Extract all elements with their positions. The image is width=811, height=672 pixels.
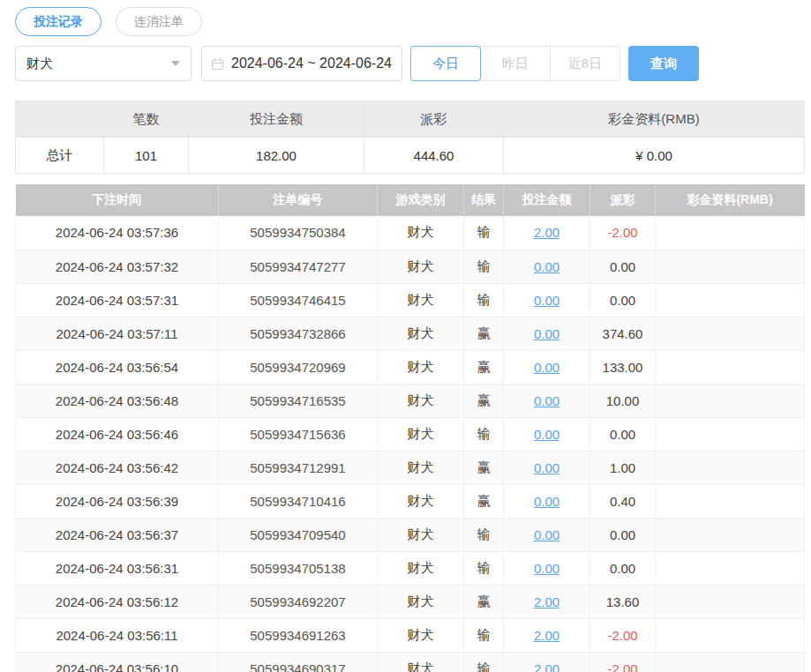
bet-amount-cell: 0.00 xyxy=(504,451,590,484)
table-row: 2024-06-24 03:57:315059934746415财犬输0.000… xyxy=(16,283,805,317)
bonus-cell xyxy=(656,551,805,585)
summary-total-label: 总计 xyxy=(16,138,104,174)
bet-amount-cell: 2.00 xyxy=(504,585,590,618)
game-type-cell: 财犬 xyxy=(378,551,464,585)
summary-table: 笔数 投注金额 派彩 彩金资料(RMB) 总计 101 182.00 444.6… xyxy=(15,101,805,174)
payout-cell: 1.00 xyxy=(590,451,656,484)
bonus-cell xyxy=(656,350,805,384)
bet-amount-link[interactable]: 0.00 xyxy=(534,360,559,375)
bet-amount-link[interactable]: 0.00 xyxy=(534,427,559,442)
bet-amount-link[interactable]: 0.00 xyxy=(534,460,559,475)
order-number-cell: 5059934690317 xyxy=(219,652,378,672)
bet-table-body: 2024-06-24 03:57:365059934750384财犬输2.00-… xyxy=(16,216,805,672)
last-8-days-button[interactable]: 近8日 xyxy=(550,46,620,81)
bonus-cell xyxy=(656,417,805,451)
result-cell: 输 xyxy=(464,551,504,585)
search-button[interactable]: 查询 xyxy=(628,46,699,81)
table-row: 2024-06-24 03:56:425059934712991财犬赢0.001… xyxy=(16,451,805,484)
bet-amount-link[interactable]: 2.00 xyxy=(534,628,559,643)
result-cell: 输 xyxy=(464,518,504,551)
game-type-cell: 财犬 xyxy=(378,283,464,317)
order-number-cell: 5059934710416 xyxy=(219,484,378,518)
header-result: 结果 xyxy=(464,184,504,216)
game-type-cell: 财犬 xyxy=(378,384,464,417)
payout-cell: 0.00 xyxy=(590,551,656,585)
payout-cell: -2.00 xyxy=(590,216,656,250)
result-cell: 赢 xyxy=(464,451,504,484)
bet-amount-cell: 2.00 xyxy=(504,618,590,652)
bet-time-cell: 2024-06-24 03:56:37 xyxy=(16,518,219,551)
payout-cell: 10.00 xyxy=(590,384,656,417)
game-type-cell: 财犬 xyxy=(378,250,464,283)
result-cell: 赢 xyxy=(464,350,504,384)
bet-amount-link[interactable]: 0.00 xyxy=(534,527,559,542)
bonus-cell xyxy=(656,618,805,652)
filter-bar: 财犬 2024-06-24 ~ 2024-06-24 今日 昨日 近8日 查询 xyxy=(15,46,804,81)
game-type-cell: 财犬 xyxy=(378,451,464,484)
game-select[interactable]: 财犬 xyxy=(15,46,191,81)
table-row: 2024-06-24 03:57:115059934732866财犬赢0.003… xyxy=(16,317,805,350)
betting-records-page: 投注记录 连消注单 财犬 2024-06-24 ~ 2024-06-24 今日 … xyxy=(0,0,811,672)
bet-amount-link[interactable]: 0.00 xyxy=(534,393,559,408)
bet-amount-link[interactable]: 0.00 xyxy=(534,326,559,341)
game-type-cell: 财犬 xyxy=(378,518,464,551)
bonus-cell xyxy=(656,216,805,250)
bet-time-cell: 2024-06-24 03:56:42 xyxy=(16,451,219,484)
summary-header-payout: 派彩 xyxy=(364,101,504,138)
bet-amount-link[interactable]: 2.00 xyxy=(534,225,559,240)
bet-amount-link[interactable]: 2.00 xyxy=(534,661,559,672)
order-number-cell: 5059934692207 xyxy=(219,585,378,618)
game-type-cell: 财犬 xyxy=(378,350,464,384)
order-number-cell: 5059934712991 xyxy=(219,451,378,484)
bet-amount-link[interactable]: 0.00 xyxy=(534,293,559,308)
payout-cell: 0.00 xyxy=(590,518,656,551)
top-tabs: 投注记录 连消注单 xyxy=(15,7,804,36)
bet-amount-cell: 2.00 xyxy=(504,216,590,250)
bet-time-cell: 2024-06-24 03:56:48 xyxy=(16,384,219,417)
bet-amount-link[interactable]: 0.00 xyxy=(534,494,559,509)
table-row: 2024-06-24 03:57:365059934750384财犬输2.00-… xyxy=(16,216,805,250)
table-row: 2024-06-24 03:56:375059934709540财犬输0.000… xyxy=(16,518,805,551)
yesterday-button[interactable]: 昨日 xyxy=(480,46,551,81)
summary-total-row: 总计 101 182.00 444.60 ¥ 0.00 xyxy=(16,138,805,174)
header-bet-time: 下注时间 xyxy=(16,184,219,216)
bet-amount-cell: 0.00 xyxy=(504,317,590,350)
bonus-cell xyxy=(656,283,805,317)
bonus-cell xyxy=(656,585,805,618)
game-type-cell: 财犬 xyxy=(378,652,464,672)
payout-cell: 0.00 xyxy=(590,283,656,317)
bet-amount-cell: 0.00 xyxy=(504,551,590,585)
game-type-cell: 财犬 xyxy=(378,317,464,350)
date-range-input[interactable]: 2024-06-24 ~ 2024-06-24 xyxy=(201,46,402,81)
bet-amount-link[interactable]: 0.00 xyxy=(534,259,559,274)
header-game-type: 游戏类别 xyxy=(378,184,464,216)
bet-time-cell: 2024-06-24 03:56:54 xyxy=(16,350,219,384)
result-cell: 赢 xyxy=(464,317,504,350)
bet-amount-cell: 0.00 xyxy=(504,250,590,283)
payout-cell: 374.60 xyxy=(590,317,656,350)
tab-cancelled-orders[interactable]: 连消注单 xyxy=(116,7,202,36)
summary-total-bonus: ¥ 0.00 xyxy=(504,138,805,174)
bonus-cell xyxy=(656,652,805,672)
order-number-cell: 5059934705138 xyxy=(219,551,378,585)
header-payout: 派彩 xyxy=(590,184,656,216)
result-cell: 输 xyxy=(464,250,504,283)
summary-total-count: 101 xyxy=(104,138,189,174)
result-cell: 赢 xyxy=(464,484,504,518)
calendar-icon xyxy=(211,57,224,71)
bonus-cell xyxy=(656,518,805,551)
date-range-value: 2024-06-24 ~ 2024-06-24 xyxy=(231,56,392,71)
bet-amount-cell: 0.00 xyxy=(504,518,590,551)
bet-amount-link[interactable]: 0.00 xyxy=(534,561,559,576)
tab-bet-records[interactable]: 投注记录 xyxy=(15,7,101,36)
order-number-cell: 5059934746415 xyxy=(219,283,378,317)
bet-amount-cell: 0.00 xyxy=(504,417,590,451)
today-button[interactable]: 今日 xyxy=(410,46,481,81)
bet-time-cell: 2024-06-24 03:56:10 xyxy=(16,652,219,672)
bet-amount-link[interactable]: 2.00 xyxy=(534,594,559,609)
table-row: 2024-06-24 03:56:545059934720969财犬赢0.001… xyxy=(16,350,805,384)
order-number-cell: 5059934709540 xyxy=(219,518,378,551)
bonus-cell xyxy=(656,317,805,350)
table-row: 2024-06-24 03:56:105059934690317财犬输2.00-… xyxy=(16,652,805,672)
result-cell: 输 xyxy=(464,216,504,250)
